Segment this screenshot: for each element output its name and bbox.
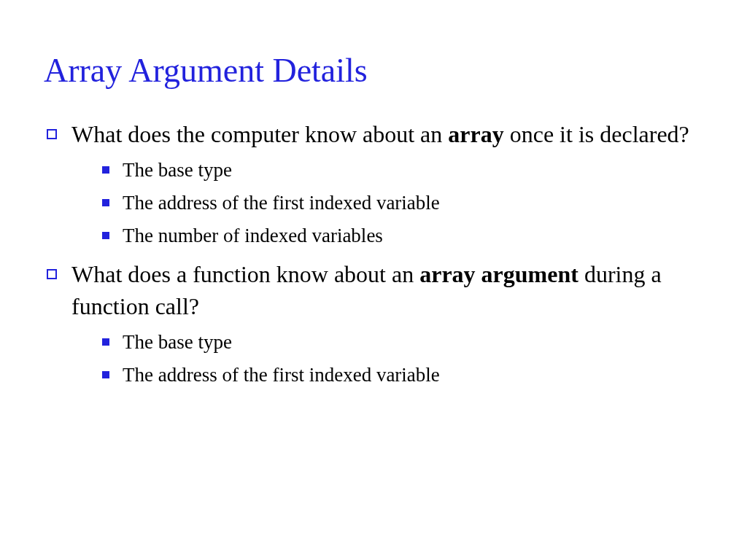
list-item: What does the computer know about an arr…: [44, 119, 703, 249]
sub-list: The base type The address of the first i…: [101, 158, 703, 249]
slide: Array Argument Details What does the com…: [0, 0, 747, 427]
text: once it is declared?: [504, 121, 689, 147]
slide-title: Array Argument Details: [44, 51, 703, 90]
bold-text: array argument: [419, 261, 578, 287]
bold-text: array: [448, 121, 503, 147]
list-item: The number of indexed variables: [101, 223, 703, 249]
list-item: The base type: [101, 330, 703, 355]
list-item: The address of the first indexed variabl…: [101, 362, 703, 388]
list-item: The address of the first indexed variabl…: [101, 190, 703, 216]
bullet-list: What does the computer know about an arr…: [44, 119, 703, 388]
sub-list: The base type The address of the first i…: [101, 330, 703, 388]
text: What does a function know about an: [71, 261, 419, 287]
list-item: The base type: [101, 158, 703, 183]
list-item: What does a function know about an array…: [44, 259, 703, 388]
text: What does the computer know about an: [71, 121, 448, 147]
